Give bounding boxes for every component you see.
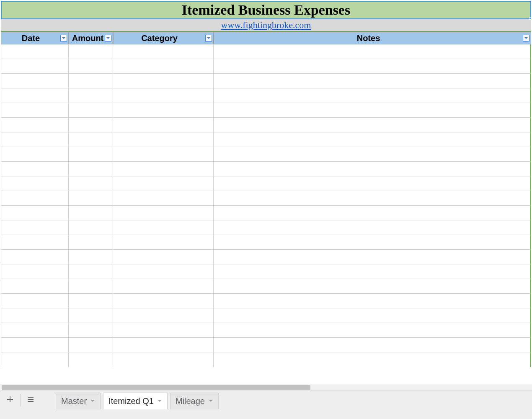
cell-amount[interactable] <box>69 147 113 162</box>
cell-amount[interactable] <box>69 220 113 235</box>
chevron-down-icon[interactable] <box>90 398 95 403</box>
cell-category[interactable] <box>113 74 214 88</box>
cell-amount[interactable] <box>69 44 113 59</box>
cell-amount[interactable] <box>69 176 113 191</box>
cell-date[interactable] <box>1 220 69 235</box>
cell-notes[interactable] <box>214 235 531 250</box>
cell-category[interactable] <box>113 279 214 294</box>
cell-date[interactable] <box>1 118 69 132</box>
cell-category[interactable] <box>113 308 214 323</box>
cell-notes[interactable] <box>214 279 531 294</box>
sheet-tab-master[interactable]: Master <box>56 393 101 409</box>
cell-category[interactable] <box>113 59 214 74</box>
cell-category[interactable] <box>113 176 214 191</box>
cell-category[interactable] <box>113 147 214 162</box>
filter-button-amount[interactable] <box>105 35 111 41</box>
cell-category[interactable] <box>113 132 214 147</box>
cell-date[interactable] <box>1 338 69 352</box>
cell-amount[interactable] <box>69 103 113 118</box>
cell-date[interactable] <box>1 59 69 74</box>
cell-date[interactable] <box>1 323 69 338</box>
cell-notes[interactable] <box>214 59 531 74</box>
cell-amount[interactable] <box>69 294 113 308</box>
cell-category[interactable] <box>113 235 214 250</box>
cell-notes[interactable] <box>214 220 531 235</box>
cell-category[interactable] <box>113 352 214 367</box>
cell-amount[interactable] <box>69 235 113 250</box>
cell-notes[interactable] <box>214 250 531 264</box>
cell-notes[interactable] <box>214 88 531 103</box>
cell-date[interactable] <box>1 235 69 250</box>
website-link[interactable]: www.fightingbroke.com <box>221 20 311 31</box>
cell-date[interactable] <box>1 88 69 103</box>
cell-amount[interactable] <box>69 132 113 147</box>
scrollbar-thumb[interactable] <box>2 385 310 390</box>
cell-category[interactable] <box>113 220 214 235</box>
cell-date[interactable] <box>1 279 69 294</box>
cell-date[interactable] <box>1 74 69 88</box>
cell-amount[interactable] <box>69 264 113 279</box>
cell-amount[interactable] <box>69 308 113 323</box>
cell-date[interactable] <box>1 206 69 220</box>
cell-category[interactable] <box>113 338 214 352</box>
cell-date[interactable] <box>1 308 69 323</box>
cell-notes[interactable] <box>214 294 531 308</box>
cell-date[interactable] <box>1 191 69 206</box>
cell-category[interactable] <box>113 294 214 308</box>
cell-notes[interactable] <box>214 338 531 352</box>
cell-category[interactable] <box>113 191 214 206</box>
cell-notes[interactable] <box>214 176 531 191</box>
cell-date[interactable] <box>1 44 69 59</box>
cell-amount[interactable] <box>69 206 113 220</box>
cell-date[interactable] <box>1 250 69 264</box>
cell-amount[interactable] <box>69 74 113 88</box>
cell-amount[interactable] <box>69 191 113 206</box>
cell-date[interactable] <box>1 132 69 147</box>
cell-date[interactable] <box>1 294 69 308</box>
cell-notes[interactable] <box>214 118 531 132</box>
column-header-amount[interactable]: Amount <box>69 32 113 44</box>
cell-amount[interactable] <box>69 352 113 367</box>
cell-category[interactable] <box>113 118 214 132</box>
cell-date[interactable] <box>1 103 69 118</box>
cell-date[interactable] <box>1 264 69 279</box>
cell-amount[interactable] <box>69 118 113 132</box>
all-sheets-button[interactable] <box>23 393 38 408</box>
column-header-category[interactable]: Category <box>113 32 214 44</box>
cell-date[interactable] <box>1 352 69 367</box>
cell-category[interactable] <box>113 323 214 338</box>
cell-category[interactable] <box>113 103 214 118</box>
cell-notes[interactable] <box>214 162 531 176</box>
cell-notes[interactable] <box>214 308 531 323</box>
cell-amount[interactable] <box>69 250 113 264</box>
cell-amount[interactable] <box>69 279 113 294</box>
filter-button-notes[interactable] <box>523 35 529 41</box>
cell-category[interactable] <box>113 44 214 59</box>
cell-notes[interactable] <box>214 147 531 162</box>
chevron-down-icon[interactable] <box>208 398 213 403</box>
cell-category[interactable] <box>113 162 214 176</box>
cell-notes[interactable] <box>214 191 531 206</box>
cell-notes[interactable] <box>214 103 531 118</box>
cell-notes[interactable] <box>214 44 531 59</box>
cell-amount[interactable] <box>69 162 113 176</box>
column-header-notes[interactable]: Notes <box>214 32 531 44</box>
column-header-date[interactable]: Date <box>1 32 69 44</box>
title-cell[interactable]: Itemized Business Expenses <box>1 1 531 19</box>
filter-button-date[interactable] <box>60 35 67 41</box>
cell-category[interactable] <box>113 88 214 103</box>
cell-date[interactable] <box>1 162 69 176</box>
cell-amount[interactable] <box>69 59 113 74</box>
selection-handle[interactable] <box>529 17 532 20</box>
chevron-down-icon[interactable] <box>157 398 162 403</box>
cell-notes[interactable] <box>214 352 531 367</box>
cell-amount[interactable] <box>69 338 113 352</box>
filter-button-category[interactable] <box>205 35 212 41</box>
cell-notes[interactable] <box>214 323 531 338</box>
cell-category[interactable] <box>113 264 214 279</box>
add-sheet-button[interactable] <box>3 393 18 408</box>
cell-notes[interactable] <box>214 74 531 88</box>
cell-amount[interactable] <box>69 323 113 338</box>
sheet-tab-mileage[interactable]: Mileage <box>170 393 219 409</box>
cell-category[interactable] <box>113 206 214 220</box>
